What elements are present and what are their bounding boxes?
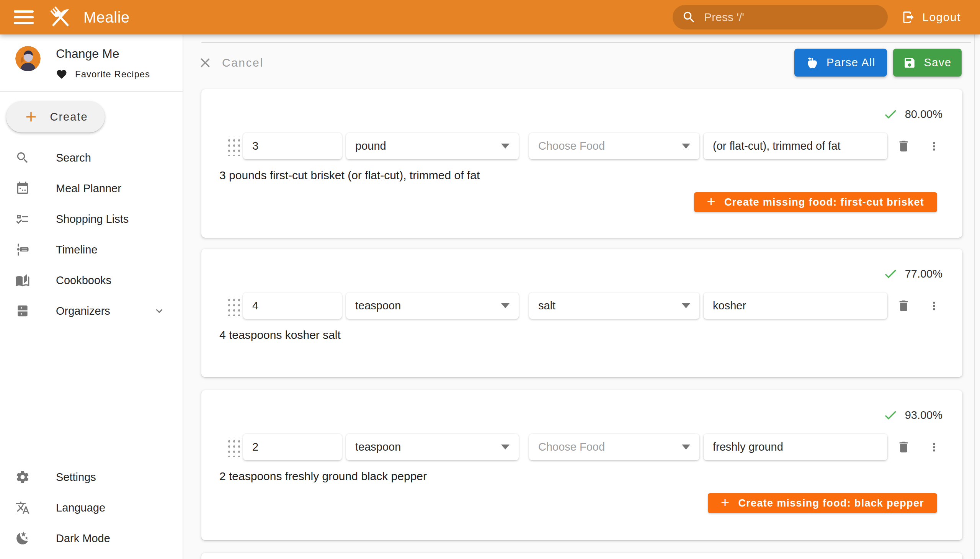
book-open-icon [15,273,30,288]
plus-icon [23,109,39,125]
search-icon [682,10,696,25]
translate-icon [15,500,30,515]
sidebar-item-meal-planner[interactable]: Meal Planner [0,173,183,204]
original-ingredient-text: 3 pounds first-cut brisket (or flat-cut)… [202,169,962,182]
sidebar-item-label: Timeline [56,243,98,256]
parse-all-label: Parse All [826,56,876,69]
food-select[interactable]: Choose Food [529,133,699,159]
check-icon [883,407,898,423]
sidebar-item-shopping-lists[interactable]: Shopping Lists [0,204,183,234]
close-icon [198,55,213,70]
create-button[interactable]: Create [6,101,105,132]
parse-all-button[interactable]: Parse All [794,49,887,76]
avatar[interactable] [15,46,41,71]
timeline-icon [15,242,30,257]
create-missing-food-button[interactable]: + Create missing food: black pepper [708,493,937,513]
dropdown-arrow-icon [682,445,690,450]
sidebar: Change Me Favorite Recipes Create [0,35,183,559]
confidence-row: 80.00% [202,89,962,122]
parser-action-row: Cancel Parse All Save [183,49,980,76]
unit-value: teaspoon [355,299,401,312]
moon-icon [15,531,30,546]
quantity-field[interactable] [243,133,342,159]
save-icon [903,56,916,69]
search-input[interactable] [704,11,879,24]
quantity-input[interactable] [252,299,333,312]
trash-icon[interactable] [897,440,911,454]
confidence-row: 93.00% [202,390,962,423]
logout-icon [902,10,915,24]
ingredient-card-partial [202,553,962,559]
confidence-value: 93.00% [905,409,942,422]
sidebar-item-cookbooks[interactable]: Cookbooks [0,265,183,296]
favorite-recipes-label: Favorite Recipes [75,69,150,79]
food-value: salt [538,299,555,312]
apple-icon [806,56,819,69]
unit-select[interactable]: teaspoon [346,434,519,460]
scrollbar-track[interactable] [974,35,975,559]
trash-icon[interactable] [897,299,911,313]
dropdown-arrow-icon [501,303,509,308]
global-search[interactable] [673,5,888,30]
note-field[interactable] [704,434,887,460]
quantity-input[interactable] [252,140,333,152]
user-section[interactable]: Change Me Favorite Recipes [0,35,183,92]
sidebar-item-label: Language [56,501,105,514]
unit-value: teaspoon [355,441,401,453]
menu-icon[interactable] [14,10,34,24]
app-bar: Mealie Logout [0,0,980,35]
create-missing-food-button[interactable]: + Create missing food: first-cut brisket [694,192,937,212]
sidebar-item-label: Dark Mode [56,532,110,545]
cancel-button[interactable]: Cancel [198,55,263,70]
drawer-icon [15,304,30,318]
favorite-recipes-link[interactable]: Favorite Recipes [56,69,150,80]
confidence-value: 80.00% [905,108,942,121]
sidebar-item-label: Cookbooks [56,274,111,287]
kebab-menu-icon[interactable] [927,140,940,153]
sidebar-item-search[interactable]: Search [0,142,183,173]
mealie-logo-icon[interactable] [47,3,74,31]
save-button[interactable]: Save [893,49,962,76]
quantity-field[interactable] [243,434,342,460]
create-missing-food-label: Create missing food: black pepper [739,497,924,509]
dropdown-arrow-icon [501,144,509,149]
user-name: Change Me [56,47,150,61]
unit-select[interactable]: teaspoon [346,293,519,319]
confidence-value: 77.00% [905,268,942,280]
sidebar-item-timeline[interactable]: Timeline [0,234,183,265]
logout-button[interactable]: Logout [902,10,961,24]
ingredient-card: 93.00% teaspoon Choose Food [202,390,962,540]
kebab-menu-icon[interactable] [927,441,940,454]
note-input[interactable] [713,441,878,453]
food-select[interactable]: Choose Food [529,434,699,460]
mealie-app: Mealie Logout [0,0,980,559]
quantity-field[interactable] [243,293,342,319]
note-field[interactable] [704,293,887,319]
sidebar-item-settings[interactable]: Settings [0,462,183,492]
quantity-input[interactable] [252,441,333,453]
chevron-down-icon[interactable] [153,304,166,318]
trash-icon[interactable] [897,139,911,153]
check-icon [883,106,898,122]
sidebar-item-language[interactable]: Language [0,492,183,523]
note-input[interactable] [713,299,878,312]
sidebar-item-label: Shopping Lists [56,213,129,225]
unit-select[interactable]: pound [346,133,519,159]
note-input[interactable] [713,140,878,152]
kebab-menu-icon[interactable] [927,299,940,313]
note-field[interactable] [704,133,887,159]
food-select[interactable]: salt [529,293,699,319]
calendar-icon [15,181,30,196]
content-top-divider [202,42,971,43]
drag-handle-icon[interactable] [226,136,241,156]
drag-handle-icon[interactable] [226,437,241,457]
dropdown-arrow-icon [682,144,690,149]
sidebar-item-dark-mode[interactable]: Dark Mode [0,523,183,554]
sidebar-item-label: Search [56,152,91,164]
ingredient-card: 77.00% teaspoon salt [202,249,962,377]
gear-icon [15,470,30,485]
ingredient-input-row: teaspoon salt [202,293,962,319]
drag-handle-icon[interactable] [226,296,241,316]
sidebar-item-organizers[interactable]: Organizers [0,296,183,326]
plus-icon: + [721,495,730,509]
